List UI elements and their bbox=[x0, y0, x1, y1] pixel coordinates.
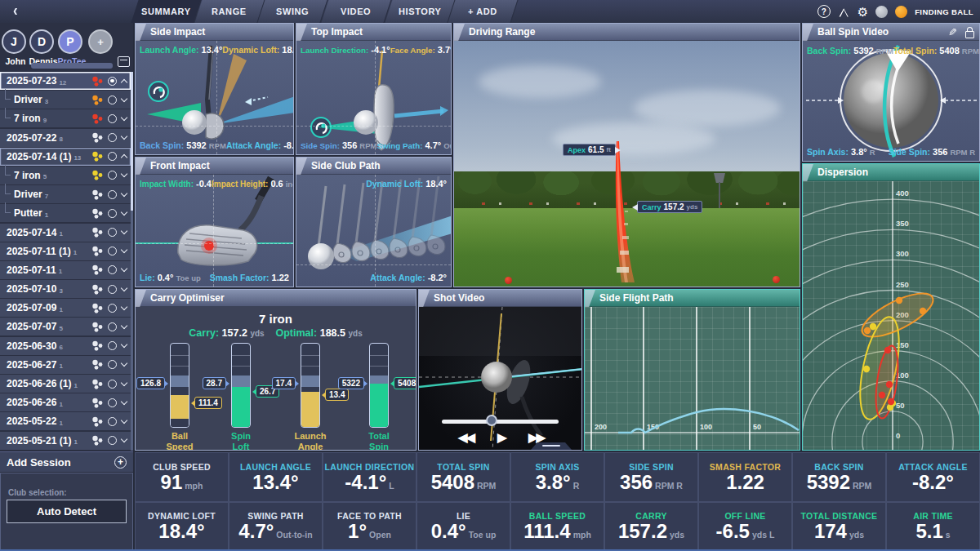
chevron-up-icon[interactable] bbox=[121, 154, 127, 161]
archive-icon[interactable] bbox=[118, 56, 130, 67]
chevron-down-icon[interactable] bbox=[121, 417, 127, 424]
session-radio[interactable] bbox=[108, 77, 117, 86]
session-row-2025-07-11-1-[interactable]: 2025-07-11 (1)1 bbox=[0, 242, 131, 260]
session-scrollbar[interactable] bbox=[131, 72, 133, 451]
session-row-7-iron[interactable]: 7 iron9 bbox=[0, 109, 131, 127]
session-radio[interactable] bbox=[108, 417, 117, 426]
chevron-down-icon[interactable] bbox=[121, 247, 127, 253]
session-label: 2025-07-10 bbox=[0, 283, 56, 295]
session-radio[interactable] bbox=[108, 171, 117, 180]
lock-icon[interactable] bbox=[965, 31, 974, 38]
session-row-2025-07-23[interactable]: 2025-07-2312 bbox=[0, 72, 131, 90]
side-club-path-panel: Side Club Path Dynamic Loft:18.4° bbox=[296, 157, 452, 287]
chevron-down-icon[interactable] bbox=[121, 379, 127, 385]
panel-pull-tab[interactable] bbox=[531, 442, 572, 450]
edit-icon[interactable]: ✎ bbox=[948, 26, 957, 38]
chevron-down-icon[interactable] bbox=[121, 284, 127, 291]
chevron-down-icon[interactable] bbox=[121, 228, 127, 234]
session-row-2025-07-07[interactable]: 2025-07-075 bbox=[0, 318, 131, 335]
session-label: 2025-06-30 bbox=[0, 340, 56, 352]
tab-swing[interactable]: SWING bbox=[258, 0, 328, 23]
session-row-2025-07-09[interactable]: 2025-07-091 bbox=[0, 299, 131, 317]
chevron-down-icon[interactable] bbox=[121, 114, 127, 121]
chevron-down-icon[interactable] bbox=[121, 304, 127, 310]
gear-icon[interactable]: ⚙ bbox=[858, 6, 868, 18]
session-row-2025-06-30[interactable]: 2025-06-306 bbox=[0, 337, 131, 355]
tab-range[interactable]: RANGE bbox=[194, 0, 265, 23]
session-radio[interactable] bbox=[108, 114, 117, 123]
video-scrub-handle[interactable] bbox=[486, 415, 497, 426]
chevron-up-icon[interactable] bbox=[121, 78, 127, 85]
status-text: FINDING BALL bbox=[915, 7, 973, 16]
rewind-button[interactable]: ◀◀ bbox=[458, 430, 474, 445]
session-row-2025-07-14[interactable]: 2025-07-141 bbox=[0, 224, 131, 242]
chevron-down-icon[interactable] bbox=[121, 95, 127, 101]
stat-back-spin: BACK SPIN5392RPM bbox=[792, 452, 886, 502]
gauge-name: TotalSpin bbox=[350, 431, 408, 450]
tab--add[interactable]: + ADD bbox=[448, 0, 519, 23]
session-radio[interactable] bbox=[108, 190, 117, 199]
play-button[interactable]: ▶ bbox=[497, 430, 507, 445]
session-row-2025-05-22[interactable]: 2025-05-221 bbox=[0, 412, 131, 430]
session-row-driver[interactable]: Driver7 bbox=[0, 185, 131, 203]
chevron-down-icon[interactable] bbox=[121, 189, 127, 196]
session-row-2025-07-22[interactable]: 2025-07-228 bbox=[0, 129, 131, 147]
front-impact-graphic bbox=[136, 175, 293, 287]
session-row-2025-05-21-1-[interactable]: 2025-05-21 (1)1 bbox=[0, 432, 131, 450]
balls-icon bbox=[91, 359, 103, 370]
chevron-down-icon[interactable] bbox=[121, 341, 127, 348]
player-scroll-slider[interactable] bbox=[31, 63, 113, 69]
session-radio[interactable] bbox=[108, 265, 117, 274]
session-radio[interactable] bbox=[108, 285, 117, 294]
chevron-down-icon[interactable] bbox=[121, 360, 127, 367]
avatar-john[interactable]: J bbox=[2, 29, 26, 54]
tab-summary[interactable]: SUMMARY bbox=[131, 0, 201, 23]
range-3d-view[interactable]: Apex 61.5 ft Carry 157.2 yds bbox=[454, 41, 800, 287]
session-radio[interactable] bbox=[108, 209, 117, 218]
back-spin-label: Back Spin: bbox=[140, 140, 184, 150]
session-row-putter[interactable]: Putter1 bbox=[0, 204, 131, 222]
session-radio[interactable] bbox=[108, 304, 117, 313]
add-player-button[interactable]: + bbox=[88, 29, 113, 54]
session-radio[interactable] bbox=[108, 360, 117, 369]
session-radio[interactable] bbox=[108, 133, 117, 142]
session-radio[interactable] bbox=[108, 380, 117, 389]
session-radio[interactable] bbox=[108, 152, 117, 161]
video-scrub-track[interactable] bbox=[442, 420, 559, 424]
side-flight-path-panel: Side Flight Path 20015010050 bbox=[584, 289, 800, 451]
help-icon[interactable]: ? bbox=[817, 5, 831, 18]
session-radio[interactable] bbox=[108, 436, 117, 445]
session-radio[interactable] bbox=[108, 228, 117, 237]
session-row-7-iron[interactable]: 7 iron5 bbox=[0, 167, 131, 184]
chevron-down-icon[interactable] bbox=[121, 265, 127, 272]
session-row-2025-06-27[interactable]: 2025-06-271 bbox=[0, 356, 131, 374]
chevron-down-icon[interactable] bbox=[121, 209, 127, 216]
auto-detect-button[interactable]: Auto Detect bbox=[7, 500, 127, 523]
session-row-driver[interactable]: Driver3 bbox=[0, 91, 131, 109]
session-radio[interactable] bbox=[108, 96, 117, 104]
add-session-button[interactable]: + bbox=[114, 456, 127, 469]
session-radio[interactable] bbox=[108, 398, 117, 407]
session-radio[interactable] bbox=[108, 322, 117, 331]
session-radio[interactable] bbox=[108, 247, 117, 256]
stat-off-line: OFF LINE-6.5yds L bbox=[698, 502, 792, 551]
apex-flag: Apex 61.5 ft bbox=[563, 144, 616, 156]
chevron-down-icon[interactable] bbox=[121, 171, 127, 177]
back-icon[interactable]: ‹ bbox=[13, 1, 18, 20]
avatar-dennis[interactable]: D bbox=[29, 29, 54, 54]
tab-video[interactable]: VIDEO bbox=[321, 0, 391, 23]
session-radio[interactable] bbox=[108, 341, 117, 350]
chevron-down-icon[interactable] bbox=[121, 133, 127, 140]
avatar-protee[interactable]: P bbox=[58, 29, 82, 54]
session-row-2025-06-26[interactable]: 2025-06-261 bbox=[0, 393, 131, 411]
chevron-down-icon[interactable] bbox=[121, 398, 127, 404]
session-row-2025-07-14-1-[interactable]: 2025-07-14 (1)13 bbox=[0, 148, 131, 166]
chevron-down-icon[interactable] bbox=[121, 436, 127, 442]
session-count: 1 bbox=[59, 268, 62, 275]
tab-history[interactable]: HISTORY bbox=[385, 0, 455, 23]
session-row-2025-07-11[interactable]: 2025-07-111 bbox=[0, 261, 131, 279]
chevron-down-icon[interactable] bbox=[121, 322, 127, 329]
warning-icon[interactable]: ▲ bbox=[838, 6, 850, 18]
session-row-2025-07-10[interactable]: 2025-07-103 bbox=[0, 280, 131, 298]
session-row-2025-06-26-1-[interactable]: 2025-06-26 (1)1 bbox=[0, 375, 131, 393]
